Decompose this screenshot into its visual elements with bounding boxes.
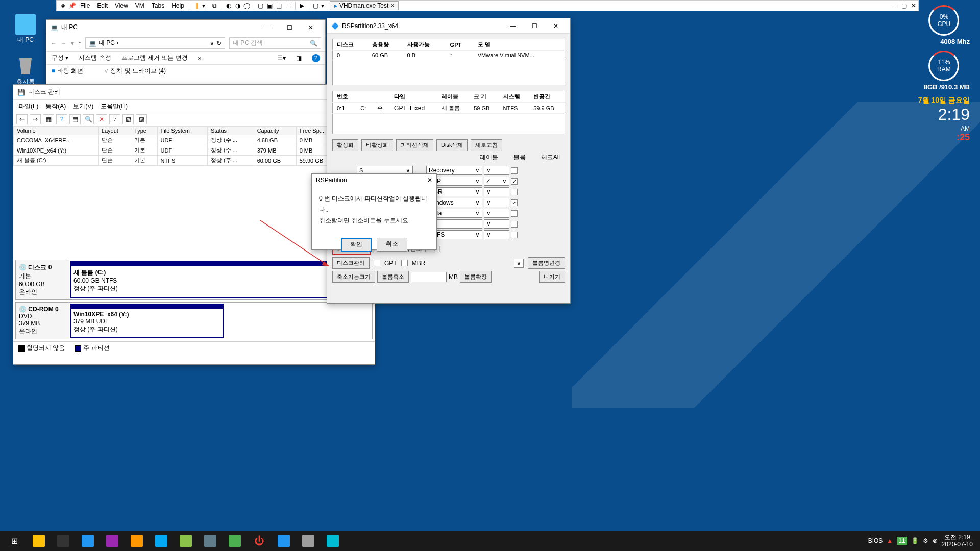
pause-icon[interactable]: ∥ <box>193 2 201 10</box>
partition-y[interactable]: Win10XPE_x64 (Y:) 379 MB UDF 정상 (주 파티션) <box>70 304 224 338</box>
minimize-button[interactable]: — <box>503 19 523 33</box>
col-volume[interactable]: Volume <box>14 127 99 135</box>
col-capacity[interactable]: Capacity <box>254 127 296 135</box>
dropdown-icon[interactable]: ▾ <box>202 2 205 9</box>
col-type[interactable]: Type <box>131 127 157 135</box>
organize-menu[interactable]: 구성 ▾ <box>52 54 68 62</box>
close-button[interactable]: ✕ <box>546 19 566 33</box>
back-button[interactable]: ← <box>51 40 57 47</box>
refresh-icon[interactable]: ↻ <box>216 40 222 47</box>
menu-action[interactable]: 동작(A) <box>45 102 66 111</box>
row-checkbox[interactable] <box>511 167 518 174</box>
vol-select[interactable]: ∨ <box>484 219 509 229</box>
taskbar-terminal[interactable] <box>51 531 76 551</box>
breadcrumb[interactable]: 내 PC › <box>99 39 118 47</box>
start-button[interactable]: ⊞ <box>2 531 27 551</box>
vm-menu-file[interactable]: File <box>77 1 93 10</box>
menu-help[interactable]: 도움말(H) <box>101 102 128 111</box>
forward-button[interactable]: → <box>61 40 67 47</box>
maximize-button[interactable]: ☐ <box>524 19 545 33</box>
row-checkbox[interactable] <box>511 210 518 217</box>
partition-c[interactable]: 새 볼륨 (C:) 60.00 GB NTFS 정상 (주 파티션) <box>70 261 371 298</box>
toolbar-icon[interactable]: ▦ <box>43 114 54 124</box>
console-icon[interactable]: ▶ <box>298 2 306 10</box>
cancel-button[interactable]: 취소 <box>377 238 407 252</box>
shrinksize-button[interactable]: 축소가능크기 <box>332 271 375 283</box>
mb-input[interactable] <box>411 272 447 282</box>
table-row[interactable]: CCCOMA_X64FRE...단순기본UDF정상 (주 ...4.68 GB0… <box>14 135 375 145</box>
exit-button[interactable]: 나가기 <box>539 271 565 283</box>
vm-menu-view[interactable]: View <box>112 1 131 10</box>
tray-icon[interactable]: 🔋 <box>911 537 919 544</box>
explorer-titlebar[interactable]: 💻내 PC — ☐ ✕ <box>46 20 325 35</box>
dropdown-icon[interactable]: ▾ <box>71 40 74 47</box>
disk0-panel[interactable]: 💿 디스크 0 기본 60.00 GB 온라인 새 볼륨 (C:) 60.00 … <box>15 260 373 300</box>
vm-tab[interactable]: ▸ VHDman.exe Test × <box>330 1 399 10</box>
volname-select[interactable]: ∨ <box>514 259 524 268</box>
table-row[interactable]: 060 GB0 B*VMware Virtual NVM... <box>333 51 565 60</box>
taskbar-app[interactable] <box>223 531 247 551</box>
preview-icon[interactable]: ◨ <box>296 55 302 62</box>
delete-icon[interactable]: ✕ <box>96 114 107 124</box>
delete-disk-button[interactable]: Disk삭제 <box>436 139 468 151</box>
delete-partition-button[interactable]: 파티션삭제 <box>396 139 433 151</box>
taskbar-power[interactable]: ⏻ <box>247 531 272 551</box>
taskbar-explorer[interactable] <box>27 531 51 551</box>
more-icon[interactable]: » <box>198 55 202 62</box>
mbr-checkbox[interactable] <box>401 260 408 266</box>
diskmgr-button[interactable]: 디스크관리 <box>332 257 370 269</box>
desktop-icon-recycle[interactable]: 휴지통 <box>8 56 43 86</box>
taskbar-app[interactable] <box>125 531 149 551</box>
vm-menu-help[interactable]: Help <box>168 1 187 10</box>
tray-icon[interactable]: ▲ <box>887 537 893 544</box>
deactivate-button[interactable]: 비활성화 <box>361 139 393 151</box>
fullscreen-icon[interactable]: ⛶ <box>284 2 292 10</box>
vol-select[interactable]: ∨ <box>484 187 509 196</box>
minimize-button[interactable]: — <box>258 20 278 35</box>
dropdown-icon[interactable]: ∨ <box>210 40 214 47</box>
menu-file[interactable]: 파일(F) <box>18 102 38 111</box>
ok-button[interactable]: 확인 <box>341 238 372 252</box>
col-fs[interactable]: File System <box>157 127 207 135</box>
toolbar-icon[interactable]: ◐ <box>225 2 233 10</box>
back-icon[interactable]: ⇐ <box>16 114 28 124</box>
vol-select[interactable]: ∨ <box>484 209 509 218</box>
maximize-icon[interactable]: ▢ <box>901 2 907 9</box>
close-button[interactable]: ✕ <box>301 20 321 35</box>
gpt-checkbox[interactable] <box>374 260 380 266</box>
pin-icon[interactable]: 📌 <box>68 2 76 10</box>
cdrom-panel[interactable]: 💿 CD-ROM 0 DVD 379 MB 온라인 Win10XPE_x64 (… <box>15 302 373 339</box>
toolbar-icon[interactable]: ▨ <box>136 114 147 124</box>
col-status[interactable]: Status <box>207 127 254 135</box>
up-button[interactable]: ↑ <box>78 40 81 47</box>
toolbar-icon[interactable]: ◑ <box>234 2 242 10</box>
taskbar-app[interactable] <box>100 531 125 551</box>
toolbar-icon[interactable]: ▤ <box>69 114 81 124</box>
rspart-titlebar[interactable]: 🔷RSPartition2.33_x64 — ☐ ✕ <box>327 18 570 34</box>
row-checkbox[interactable] <box>511 221 518 228</box>
desktop-icon-mypc[interactable]: 내 PC <box>8 14 43 44</box>
vm-menu-edit[interactable]: Edit <box>94 1 111 10</box>
view-icon[interactable]: ☰▾ <box>277 55 286 62</box>
multi-icon[interactable]: ▣ <box>266 2 274 10</box>
tray-icon[interactable]: ⚙ <box>923 537 928 544</box>
tray-clock[interactable]: 오전 2:19 2020-07-10 <box>942 534 973 548</box>
maximize-button[interactable]: ☐ <box>279 20 300 35</box>
table-row[interactable]: 0:1C:주GPT Fixed새 볼륨59 GBNTFS59.9 GB <box>333 103 565 114</box>
vm-menu-vm[interactable]: VM <box>132 1 148 10</box>
taskbar-app[interactable] <box>198 531 223 551</box>
vol-select[interactable]: ∨ <box>484 166 509 175</box>
close-icon[interactable]: × <box>390 2 394 9</box>
address-bar[interactable]: 💻 내 PC › ∨ ↻ <box>85 37 225 49</box>
close-icon[interactable]: ✕ <box>427 177 432 184</box>
tray-badge[interactable]: 11 <box>897 537 906 545</box>
toolbar-icon[interactable]: ◯ <box>243 2 251 10</box>
activate-button[interactable]: 활성화 <box>332 139 358 151</box>
dialog-titlebar[interactable]: RSPartition ✕ <box>312 174 436 186</box>
taskbar-app[interactable] <box>296 531 321 551</box>
minimize-icon[interactable]: — <box>891 2 897 9</box>
forward-icon[interactable]: ⇒ <box>30 114 41 124</box>
library-icon[interactable]: ▢ <box>312 2 320 10</box>
check-icon[interactable]: ☑ <box>109 114 120 124</box>
unity-icon[interactable]: ◫ <box>275 2 283 10</box>
